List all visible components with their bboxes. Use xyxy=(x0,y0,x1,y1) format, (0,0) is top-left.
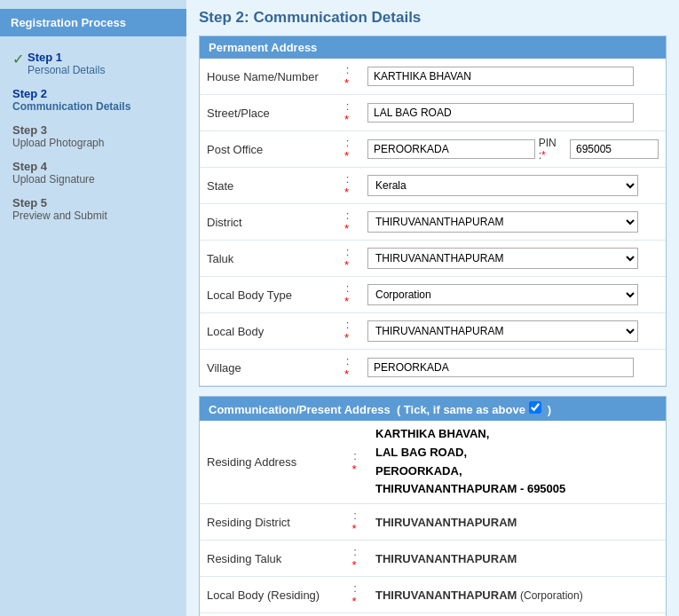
street-row: Street/Place : * xyxy=(200,95,666,131)
village-label: Village xyxy=(200,350,335,386)
sidebar-item-step2[interactable]: Step 2 Communication Details xyxy=(0,82,186,118)
residing-value: KARTHIKA BHAVAN, LAL BAG ROAD, PEROORKAD… xyxy=(375,425,659,499)
local-body-residing-row: Local Body (Residing) : * THIRUVANANTHAP… xyxy=(200,577,666,613)
state-select[interactable]: Kerala xyxy=(367,175,638,196)
district-label: District xyxy=(200,204,335,241)
sidebar-item-step1[interactable]: ✓ Step 1 Personal Details xyxy=(0,45,186,82)
residing-district-value: THIRUVANANTHAPURAM xyxy=(375,516,517,529)
communication-table: Residing Address : * KARTHIKA BHAVAN, LA… xyxy=(200,421,666,616)
post-office-input[interactable] xyxy=(367,139,535,159)
sidebar-title: Registration Process xyxy=(0,9,186,36)
residing-taluk-row: Residing Taluk : * THIRUVANANTHAPURAM xyxy=(200,541,666,577)
state-label: State xyxy=(200,168,335,204)
street-label: Street/Place xyxy=(200,95,335,131)
local-body-type-label: Local Body Type xyxy=(200,277,335,313)
comm-header-text: Communication/Present Address ( Tick, if… xyxy=(209,403,525,416)
local-body-select[interactable]: THIRUVANANTHAPURAM xyxy=(367,320,638,342)
residing-district-label: Residing District xyxy=(200,504,342,541)
pin-label: PIN :* xyxy=(539,137,566,162)
local-body-row: Local Body : * THIRUVANANTHAPURAM xyxy=(200,313,666,350)
local-body-label: Local Body xyxy=(200,313,335,350)
residing-taluk-value: THIRUVANANTHAPURAM xyxy=(375,552,517,565)
pin-input[interactable] xyxy=(570,139,659,159)
district-select[interactable]: THIRUVANANTHAPURAM xyxy=(367,211,638,233)
sidebar-item-step4[interactable]: Step 4 Upload Signature xyxy=(0,154,186,191)
local-body-suffix: (Corporation) xyxy=(520,589,583,602)
sidebar-item-step3[interactable]: Step 3 Upload Photograph xyxy=(0,118,186,154)
district-row: District : * THIRUVANANTHAPURAM xyxy=(200,204,666,241)
step2-label: Communication Details xyxy=(12,100,130,113)
step5-label: Preview and Submit xyxy=(12,209,107,222)
permanent-address-section: Permanent Address House Name/Number : * … xyxy=(199,36,667,387)
taluk-select[interactable]: THIRUVANANTHAPURAM xyxy=(367,248,638,269)
step3-num: Step 3 xyxy=(12,123,104,137)
residing-label: Residing Address xyxy=(200,421,342,504)
permanent-address-header: Permanent Address xyxy=(200,36,666,59)
same-as-above-checkbox[interactable] xyxy=(529,401,541,414)
post-office-row: Post Office : * PIN :* xyxy=(200,131,666,168)
taluk-row: Taluk : * THIRUVANANTHAPURAM xyxy=(200,241,666,277)
street-input[interactable] xyxy=(367,103,634,122)
main-content: Step 2: Communication Details Permanent … xyxy=(186,0,679,616)
village-row: Village : * xyxy=(200,350,666,386)
step1-label: Personal Details xyxy=(28,64,105,76)
step5-num: Step 5 xyxy=(12,196,107,209)
comm-header-close: ) xyxy=(544,403,551,416)
step1-num: Step 1 xyxy=(28,51,105,64)
sidebar: Registration Process ✓ Step 1 Personal D… xyxy=(0,0,186,616)
step2-num: Step 2 xyxy=(12,87,130,100)
local-body-residing-value: THIRUVANANTHAPURAM (Corporation) xyxy=(375,588,583,602)
local-body-residing-label: Local Body (Residing) xyxy=(200,577,342,613)
local-body-type-row: Local Body Type : * Corporation xyxy=(200,277,666,313)
req-icon: * xyxy=(344,76,349,90)
checkmark-icon: ✓ xyxy=(12,51,24,67)
communication-address-header: Communication/Present Address ( Tick, if… xyxy=(200,397,666,421)
house-name-label: House Name/Number xyxy=(200,59,335,95)
step4-num: Step 4 xyxy=(12,160,95,173)
sidebar-item-step5[interactable]: Step 5 Preview and Submit xyxy=(0,191,186,227)
village-input[interactable] xyxy=(367,358,634,377)
residing-district-row: Residing District : * THIRUVANANTHAPURAM xyxy=(200,504,666,541)
step3-label: Upload Photograph xyxy=(12,137,104,149)
state-row: State : * Kerala xyxy=(200,168,666,204)
house-name-input[interactable] xyxy=(367,67,634,86)
permanent-address-table: House Name/Number : * Street/Place : * xyxy=(200,59,666,386)
step4-label: Upload Signature xyxy=(12,173,95,186)
residing-taluk-label: Residing Taluk xyxy=(200,541,342,577)
communication-address-section: Communication/Present Address ( Tick, if… xyxy=(199,396,667,616)
post-office-label: Post Office xyxy=(200,131,335,168)
house-name-row: House Name/Number : * xyxy=(200,59,666,95)
local-body-type-select[interactable]: Corporation xyxy=(367,284,638,305)
residing-address-row: Residing Address : * KARTHIKA BHAVAN, LA… xyxy=(200,421,666,504)
page-title: Step 2: Communication Details xyxy=(199,9,667,27)
taluk-label: Taluk xyxy=(200,241,335,277)
